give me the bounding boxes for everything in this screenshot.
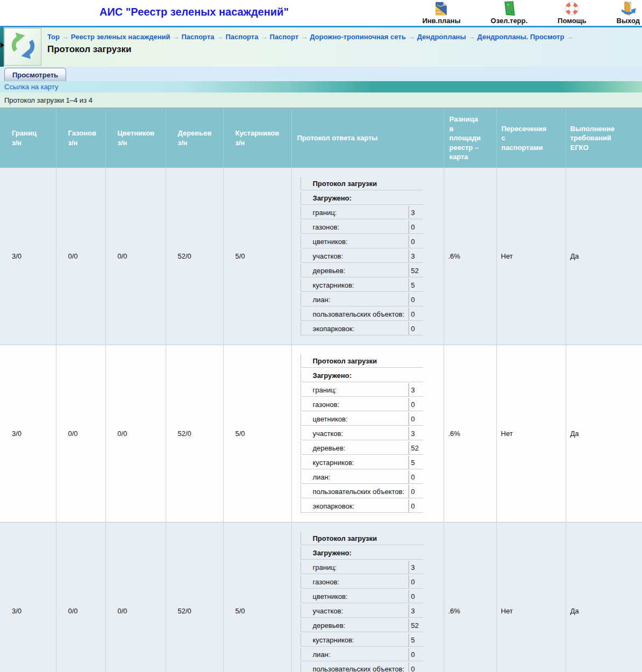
protocol-entry-row: лиан:0 xyxy=(301,648,423,661)
tab-view[interactable]: Просмотреть xyxy=(4,68,66,81)
protocol-entry-value: 0 xyxy=(409,398,423,411)
protocol-entry-label: деревьев: xyxy=(301,264,409,277)
protocol-entry-value: 0 xyxy=(409,662,423,672)
breadcrumb-band: Top→Реестр зеленых насаждений→Паспорта→П… xyxy=(0,27,642,67)
cell-map-protocol: Протокол загрузки Загружено: границ:3газ… xyxy=(291,523,444,672)
protocol-entry-value: 5 xyxy=(409,633,423,647)
exit-label: Выход xyxy=(617,17,640,25)
protocol-title: Протокол загрузки xyxy=(301,354,423,368)
protocol-entry-value: 5 xyxy=(409,456,423,469)
protocol-entry-row: границ:3 xyxy=(301,561,423,574)
help-label: Помощь xyxy=(558,17,586,25)
breadcrumb-link[interactable]: Паспорт xyxy=(269,33,298,41)
protocol-entry-value: 3 xyxy=(409,206,423,219)
protocol-entry-row: пользовательских объектов:0 xyxy=(301,308,423,321)
column-header: Границ з/н xyxy=(0,109,56,168)
table-row: 3/0 0/0 0/0 52/0 5/0 Протокол загрузки З… xyxy=(0,168,642,345)
breadcrumb-arrow-icon: → xyxy=(60,33,71,41)
column-header: Протокол ответа карты xyxy=(291,109,444,168)
column-header: Цветников з/н xyxy=(105,109,166,168)
cell-flowerbeds: 0/0 xyxy=(105,523,166,672)
protocol-entry-label: лиан: xyxy=(301,470,409,484)
protocol-subtable: Протокол загрузки Загружено: границ:3газ… xyxy=(301,353,423,514)
protocol-entry-value: 0 xyxy=(409,485,423,498)
exit-button[interactable]: Выход xyxy=(617,1,640,25)
protocol-entry-value: 0 xyxy=(409,648,423,661)
protocol-entry-row: участков:3 xyxy=(301,604,423,618)
app-logo[interactable] xyxy=(4,28,41,66)
protocol-entry-label: пользовательских объектов: xyxy=(301,485,409,498)
green-map-icon xyxy=(501,1,517,17)
protocol-entry-label: границ: xyxy=(301,206,409,219)
inventory-plans-label: Инв.планы xyxy=(422,17,460,25)
protocol-entry-label: пользовательских объектов: xyxy=(301,308,409,321)
column-header: Пересечения с паспортами xyxy=(496,109,566,168)
breadcrumb-arrow-icon: → xyxy=(170,33,182,41)
lifebuoy-icon xyxy=(563,1,580,17)
breadcrumb-link[interactable]: Паспорта xyxy=(225,33,258,41)
protocol-entry-label: экопарковок: xyxy=(301,322,409,335)
protocol-entry-row: пользовательских объектов:0 xyxy=(301,485,423,498)
protocol-entry-label: кустарников: xyxy=(301,456,409,469)
protocol-entry-value: 5 xyxy=(409,278,423,292)
protocol-entry-row: экопарковок:0 xyxy=(301,322,423,335)
green-territories-button[interactable]: Озел.терр. xyxy=(491,1,528,25)
protocol-title-row: Протокол загрузки xyxy=(301,354,423,368)
protocol-entry-row: деревьев:52 xyxy=(301,619,423,632)
cell-area-diff: .6% xyxy=(444,523,496,672)
protocol-title-row: Протокол загрузки xyxy=(301,532,423,545)
protocol-entry-row: цветников:0 xyxy=(301,412,423,426)
breadcrumb-link[interactable]: Дорожно-тропиночная сеть xyxy=(310,33,405,41)
cell-trees: 52/0 xyxy=(166,345,223,523)
column-header: Газонов з/н xyxy=(56,109,105,168)
svg-text:DWG: DWG xyxy=(436,11,443,14)
protocol-entry-value: 0 xyxy=(409,308,423,321)
breadcrumb-link[interactable]: Дендропланы. Просмотр xyxy=(477,33,565,41)
protocol-entry-label: кустарников: xyxy=(301,633,409,647)
cell-map-protocol: Протокол загрузки Загружено: границ:3газ… xyxy=(291,345,444,523)
cell-egko-compliance: Да xyxy=(566,168,642,345)
sidebar-expand-icon[interactable] xyxy=(1,42,4,48)
breadcrumb-arrow-icon: → xyxy=(214,33,225,41)
map-link[interactable]: Ссылка на карту xyxy=(4,83,58,91)
protocol-entry-row: участков:3 xyxy=(301,249,423,263)
inventory-plans-button[interactable]: DWG Инв.планы xyxy=(422,1,460,25)
protocol-entry-label: экопарковок: xyxy=(301,499,409,513)
protocol-entry-row: газонов:0 xyxy=(301,398,423,411)
cell-trees: 52/0 xyxy=(166,168,223,345)
help-button[interactable]: Помощь xyxy=(558,1,586,25)
protocol-entry-value: 0 xyxy=(409,499,423,513)
app-title: АИС "Реестр зеленых насаждений" xyxy=(99,6,289,18)
status-bar: Протокол загрузки 1–4 из 4 xyxy=(0,92,642,109)
protocol-subtable: Протокол загрузки Загружено: границ:3газ… xyxy=(301,176,423,337)
protocol-entry-label: участков: xyxy=(301,249,409,263)
protocol-entry-label: участков: xyxy=(301,427,409,440)
cell-passport-intersections: Нет xyxy=(496,345,566,523)
breadcrumb-link[interactable]: Паспорта xyxy=(182,33,215,41)
breadcrumb-link[interactable]: Top xyxy=(47,33,60,41)
protocol-entry-row: границ:3 xyxy=(301,206,423,219)
cell-passport-intersections: Нет xyxy=(496,168,566,345)
tab-bar: Просмотреть xyxy=(0,67,642,81)
protocol-entry-label: цветников: xyxy=(301,412,409,426)
protocol-entry-row: кустарников:5 xyxy=(301,278,423,292)
breadcrumb-link[interactable]: Реестр зеленых насаждений xyxy=(71,33,170,41)
protocol-entry-label: цветников: xyxy=(301,235,409,248)
protocol-entry-label: участков: xyxy=(301,604,409,618)
breadcrumb-arrow-icon: → xyxy=(258,33,269,41)
protocol-entry-value: 0 xyxy=(409,322,423,335)
protocol-entry-row: пользовательских объектов:0 xyxy=(301,662,423,672)
protocol-entry-label: деревьев: xyxy=(301,619,409,632)
protocol-entry-label: границ: xyxy=(301,383,409,397)
cell-lawns: 0/0 xyxy=(56,345,105,523)
breadcrumb-link[interactable]: Дендропланы xyxy=(417,33,466,41)
protocol-entry-value: 0 xyxy=(409,575,423,589)
protocol-entry-value: 3 xyxy=(409,249,423,263)
breadcrumb: Top→Реестр зеленых насаждений→Паспорта→П… xyxy=(47,27,642,41)
protocol-entry-row: кустарников:5 xyxy=(301,633,423,647)
protocol-entry-row: цветников:0 xyxy=(301,235,423,248)
breadcrumb-arrow-icon: → xyxy=(466,33,477,41)
protocol-entry-label: лиан: xyxy=(301,648,409,661)
green-territories-label: Озел.терр. xyxy=(491,17,528,25)
breadcrumb-arrow-icon: → xyxy=(406,33,417,41)
